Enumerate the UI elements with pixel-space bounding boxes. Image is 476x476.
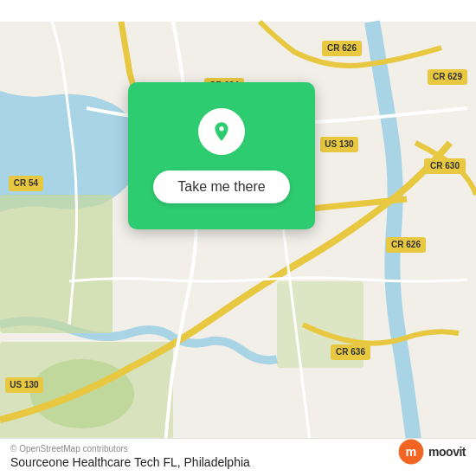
svg-text:CR 626: CR 626 — [327, 43, 357, 53]
moovit-icon: m — [397, 438, 425, 466]
popup-card: Take me there — [128, 82, 315, 229]
svg-text:US 130: US 130 — [10, 380, 39, 389]
location-icon-wrapper — [198, 108, 245, 155]
moovit-logo: m moovit — [397, 438, 466, 466]
svg-text:m: m — [406, 445, 417, 459]
svg-text:CR 636: CR 636 — [336, 347, 365, 357]
svg-text:CR 54: CR 54 — [14, 178, 39, 188]
svg-text:CR 626: CR 626 — [391, 240, 421, 249]
svg-text:US 130: US 130 — [325, 139, 354, 149]
svg-text:CR 630: CR 630 — [430, 161, 460, 170]
map-container: CR 626 CR 629 CR 624 US 130 CR 630 CR 54… — [0, 0, 476, 476]
map-background: CR 626 CR 629 CR 624 US 130 CR 630 CR 54… — [0, 0, 476, 476]
take-me-there-button[interactable]: Take me there — [153, 170, 289, 203]
svg-rect-1 — [0, 195, 113, 333]
moovit-text-label: moovit — [428, 445, 466, 459]
location-pin-icon — [210, 120, 233, 143]
svg-text:CR 629: CR 629 — [433, 72, 462, 81]
